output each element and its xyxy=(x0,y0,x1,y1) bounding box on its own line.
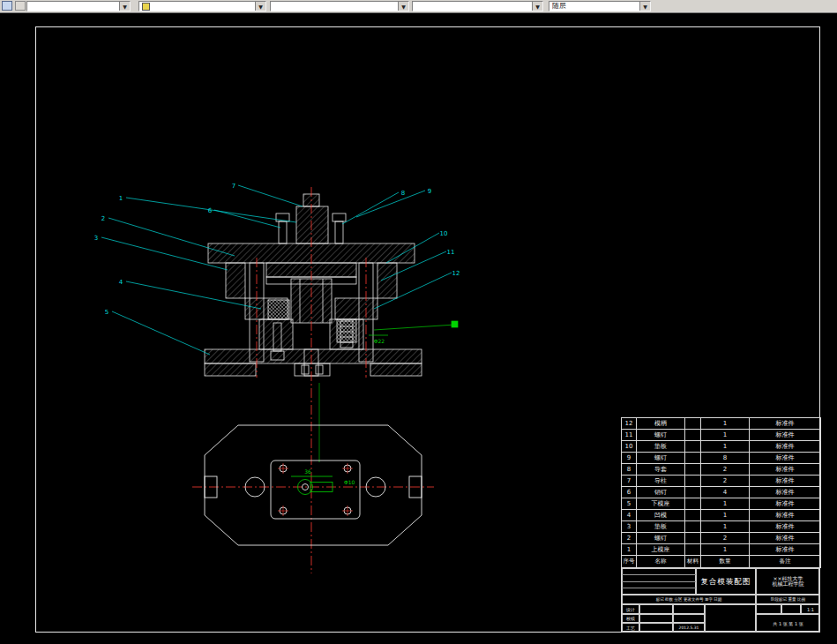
bom-seq: 6 xyxy=(622,487,637,498)
table-row[interactable]: 5下模座1标准件 xyxy=(622,498,821,510)
linetype-combo[interactable]: ▼ xyxy=(412,1,543,11)
bom-name: 螺钉 xyxy=(637,453,685,464)
bom-material xyxy=(685,418,701,430)
table-row[interactable]: 9螺钉8标准件 xyxy=(622,453,821,464)
lower-die-plate[interactable] xyxy=(205,349,422,363)
bom-header-name: 名称 xyxy=(637,556,685,568)
bom-material xyxy=(685,498,701,510)
bom-name: 螺钉 xyxy=(637,533,685,544)
table-row[interactable]: 12模柄1标准件 xyxy=(622,418,821,430)
bom-material xyxy=(685,487,701,498)
bom-seq: 1 xyxy=(622,544,637,556)
bom-seq: 9 xyxy=(622,453,637,464)
table-row[interactable]: 7导柱2标准件 xyxy=(622,476,821,487)
die-insert-right[interactable] xyxy=(337,319,356,342)
drawing-number-cell xyxy=(705,604,756,633)
design-date xyxy=(673,604,705,614)
table-row[interactable]: 3垫板1标准件 xyxy=(622,521,821,533)
chevron-down-icon[interactable]: ▼ xyxy=(398,2,408,11)
table-row[interactable]: 11螺钉1标准件 xyxy=(622,430,821,441)
guide-bushing-left[interactable] xyxy=(226,263,245,298)
weight-cell xyxy=(781,604,801,614)
die-block-outline[interactable] xyxy=(271,461,360,519)
bom-header-remark: 备注 xyxy=(750,556,821,568)
die-base-outline[interactable] xyxy=(205,425,422,545)
bom-name: 销钉 xyxy=(637,487,685,498)
check-date xyxy=(673,614,705,623)
callout-label: 4 xyxy=(119,279,123,286)
screw-head-right[interactable] xyxy=(333,213,346,221)
workpiece-outline[interactable] xyxy=(291,476,333,495)
color-combo[interactable]: ▼ xyxy=(270,1,409,11)
bom-table[interactable]: 12模柄1标准件 11螺钉1标准件 10垫板1标准件 9螺钉8标准件 8导套2标… xyxy=(621,417,821,568)
craft-signature xyxy=(639,623,673,633)
chevron-down-icon[interactable]: ▼ xyxy=(119,2,130,11)
die-foot-left[interactable] xyxy=(205,363,256,376)
bom-remark: 标准件 xyxy=(750,533,821,544)
bom-seq: 12 xyxy=(622,418,637,430)
section-dimensions[interactable] xyxy=(369,321,458,335)
drawing-title: 复合模装配图 xyxy=(696,568,756,595)
bom-material xyxy=(685,453,701,464)
chevron-down-icon[interactable]: ▼ xyxy=(255,2,265,11)
bom-remark: 标准件 xyxy=(750,464,821,476)
screw-left[interactable] xyxy=(279,221,287,243)
revision-line xyxy=(622,574,696,575)
guide-bushing-right[interactable] xyxy=(377,263,397,298)
chevron-down-icon[interactable]: ▼ xyxy=(639,2,650,11)
bom-qty: 1 xyxy=(701,418,750,430)
layer-combo[interactable]: ▼ xyxy=(138,1,266,11)
table-row[interactable]: 4凹模1标准件 xyxy=(622,510,821,521)
bom-seq: 11 xyxy=(622,430,637,441)
bom-material xyxy=(685,521,701,533)
bom-material xyxy=(685,430,701,441)
die-block-left[interactable] xyxy=(259,319,293,349)
punch-shank[interactable] xyxy=(296,206,328,243)
bom-remark: 标准件 xyxy=(750,441,821,453)
bolt-head-3[interactable] xyxy=(316,365,323,374)
bom-qty: 2 xyxy=(701,533,750,544)
revision-line xyxy=(622,581,696,582)
style-combo[interactable]: ▼ xyxy=(26,1,131,11)
revision-line xyxy=(622,588,696,588)
revision-header: 标记 处数 分区 更改文件号 签字 日期 xyxy=(622,595,756,604)
sheet-cell: 共 1 张 第 1 张 xyxy=(756,614,820,633)
callout-label: 6 xyxy=(208,207,213,214)
bom-name: 螺钉 xyxy=(637,430,685,441)
chevron-down-icon[interactable]: ▼ xyxy=(532,2,542,11)
bom-header-row: 序号名称材料数量备注 xyxy=(622,556,821,568)
lineweight-combo[interactable]: 随层 ▼ xyxy=(549,1,651,11)
table-row[interactable]: 1上模座1标准件 xyxy=(622,544,821,556)
bom-header-material: 材料 xyxy=(685,556,701,568)
screw-right[interactable] xyxy=(335,221,343,243)
stage-header: 阶段标记 重量 比例 xyxy=(756,595,820,604)
table-row[interactable]: 8导套2标准件 xyxy=(622,464,821,476)
callout-label: 3 xyxy=(94,235,98,242)
callout-label: 8 xyxy=(401,190,405,197)
section-view[interactable] xyxy=(205,194,422,376)
stripper-plate-right[interactable] xyxy=(335,298,377,319)
bom-material xyxy=(685,464,701,476)
toolbar-button-icon[interactable] xyxy=(15,1,26,11)
bom-seq: 8 xyxy=(622,464,637,476)
org-line2: 机械工程学院 xyxy=(773,581,804,587)
bom-header-qty: 数量 xyxy=(701,556,750,568)
callout-label: 2 xyxy=(101,215,105,222)
app-toolbar-icon[interactable] xyxy=(2,1,12,11)
center-support[interactable] xyxy=(295,363,330,376)
section-dim-label: Φ22 xyxy=(374,338,385,344)
top-toolbar: ▼ ▼ ▼ ▼ 随层 ▼ xyxy=(0,0,837,13)
table-row[interactable]: 10垫板1标准件 xyxy=(622,441,821,453)
bom-remark: 标准件 xyxy=(750,487,821,498)
scale-cell: 1:1 xyxy=(801,604,820,614)
title-block: 复合模装配图 ××科技大学 机械工程学院 标记 处数 分区 更改文件号 签字 日… xyxy=(621,567,819,632)
table-row[interactable]: 2螺钉2标准件 xyxy=(622,533,821,544)
bom-name: 垫板 xyxy=(637,441,685,453)
die-foot-right[interactable] xyxy=(370,363,422,376)
insert-block[interactable] xyxy=(268,300,289,319)
bolt-head-2[interactable] xyxy=(302,365,309,374)
plan-view[interactable] xyxy=(205,425,422,545)
bom-remark: 标准件 xyxy=(750,498,821,510)
table-row[interactable]: 6销钉4标准件 xyxy=(622,487,821,498)
callout-label: 11 xyxy=(447,249,455,256)
